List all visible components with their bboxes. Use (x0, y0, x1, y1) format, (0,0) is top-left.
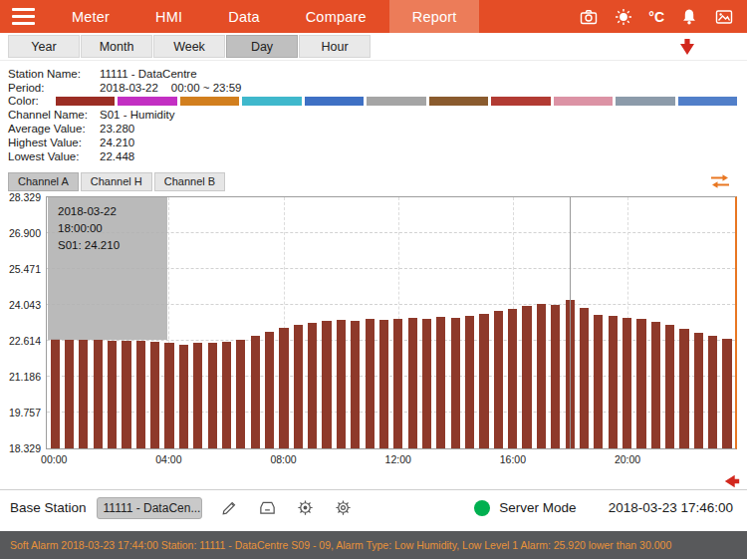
chart-bar[interactable] (479, 314, 488, 448)
tab-week[interactable]: Week (153, 35, 225, 58)
chart-bar[interactable] (537, 304, 546, 448)
chart-bar[interactable] (393, 319, 402, 448)
screenshot-icon[interactable] (714, 7, 734, 27)
tab-hour[interactable]: Hour (299, 35, 371, 58)
color-swatch (429, 97, 488, 106)
chart-bar[interactable] (322, 321, 331, 447)
chart-bar[interactable] (236, 340, 245, 447)
tab-channel-h[interactable]: Channel H (81, 172, 152, 191)
chart-bar[interactable] (651, 322, 660, 448)
chart-bar[interactable] (665, 325, 674, 447)
chart-bar[interactable] (522, 306, 531, 447)
chart-bar[interactable] (193, 343, 202, 447)
color-swatch (118, 97, 176, 106)
brightness-icon[interactable] (614, 7, 633, 27)
chart-bar[interactable] (451, 318, 460, 447)
chart-bar[interactable] (408, 318, 417, 448)
period-row: Period: 2018-03-22 00:00 ~ 23:59 (8, 81, 739, 95)
nav-data[interactable]: Data (205, 0, 282, 33)
highest-value-row: Highest Value: 24.210 (8, 136, 739, 149)
chart-bar[interactable] (51, 339, 60, 448)
chart-bar[interactable] (294, 325, 303, 448)
tab-month[interactable]: Month (81, 35, 152, 58)
chart-bar[interactable] (279, 328, 288, 448)
chart-bar[interactable] (465, 316, 474, 448)
chart-bar[interactable] (136, 341, 145, 448)
chart-bar[interactable] (422, 319, 431, 447)
chart-bar[interactable] (79, 340, 88, 447)
chart-bar[interactable] (94, 340, 103, 447)
chart-bar[interactable] (494, 311, 503, 447)
chart-bar[interactable] (722, 339, 731, 448)
tab-channel-b[interactable]: Channel B (154, 172, 225, 191)
station-name-row: Station Name: 11111 - DataCentre (8, 67, 739, 81)
chart-bar[interactable] (265, 332, 274, 447)
channel-color-legend (56, 97, 737, 106)
alarm-bell-icon[interactable] (679, 7, 699, 27)
system-gear-icon[interactable] (334, 498, 354, 518)
chart-bar[interactable] (65, 340, 74, 448)
chart-bar[interactable] (222, 342, 231, 448)
period-label: Period: (8, 82, 100, 94)
camera-icon[interactable] (579, 7, 599, 27)
alarm-message: Soft Alarm 2018-03-23 17:44:00 Station: … (10, 539, 671, 551)
connection-status-dot (474, 500, 490, 516)
lowest-value-row: Lowest Value: 22.448 (8, 149, 739, 163)
tab-day[interactable]: Day (226, 35, 298, 58)
crosshair-line (570, 197, 571, 448)
scroll-down-arrow-icon[interactable] (677, 37, 697, 57)
base-station-select[interactable]: 11111 - DataCen... (97, 497, 202, 519)
color-label: Color: (8, 95, 56, 107)
scroll-left-arrow-icon[interactable] (723, 472, 741, 490)
main-nav: Meter HMI Data Compare Report (49, 0, 479, 33)
channel-name-value: S01 - Humidity (100, 109, 174, 121)
chart-bar[interactable] (179, 345, 188, 448)
alarm-status-bar: Soft Alarm 2018-03-23 17:44:00 Station: … (0, 531, 747, 559)
chart-bar[interactable] (366, 319, 374, 447)
nav-meter[interactable]: Meter (49, 0, 132, 33)
settings-gear-icon[interactable] (296, 498, 316, 518)
chart-bar[interactable] (594, 315, 603, 448)
chart-bar[interactable] (150, 342, 159, 448)
chart-bar[interactable] (636, 319, 645, 447)
tooltip-timestamp: 2018-03-22 18:00:00 (58, 203, 161, 238)
period-date-value: 2018-03-22 (100, 82, 158, 94)
nav-report[interactable]: Report (389, 0, 480, 33)
chart-bar[interactable] (122, 341, 130, 447)
chart-bar[interactable] (609, 316, 618, 447)
chart-bar[interactable] (351, 321, 360, 447)
chart-bar[interactable] (679, 329, 688, 448)
chart-bar[interactable] (164, 343, 173, 448)
chart-bar[interactable] (622, 318, 631, 448)
chart-tooltip: 2018-03-22 18:00:00 S01: 24.210 (48, 197, 167, 341)
chart-bar[interactable] (251, 336, 260, 447)
tab-channel-a[interactable]: Channel A (8, 172, 79, 191)
chart-bar[interactable] (708, 336, 717, 447)
swap-arrows-icon[interactable] (709, 173, 731, 189)
chart-bar[interactable] (436, 317, 445, 448)
tab-year[interactable]: Year (8, 35, 80, 58)
chart-bar[interactable] (208, 343, 217, 448)
chart-bar[interactable] (551, 305, 560, 447)
folder-icon[interactable] (258, 498, 278, 518)
nav-compare[interactable]: Compare (283, 0, 389, 33)
chart-bar[interactable] (308, 323, 317, 448)
chart-bar[interactable] (337, 320, 346, 447)
menu-icon[interactable] (12, 4, 36, 29)
average-value-label: Average Value: (8, 123, 100, 135)
chart-bar[interactable] (508, 309, 517, 448)
average-value: 23.280 (100, 123, 134, 135)
y-axis-label: 19.757 (9, 407, 41, 419)
y-axis-label: 25.471 (9, 263, 41, 275)
chart-bar[interactable] (580, 308, 589, 448)
chart-bar[interactable] (694, 333, 703, 448)
chart-bar[interactable] (379, 320, 388, 447)
edit-icon[interactable] (220, 498, 240, 518)
y-axis-label: 22.614 (9, 335, 41, 347)
x-axis-label: 12:00 (385, 453, 411, 465)
average-value-row: Average Value: 23.280 (8, 122, 739, 136)
temperature-unit-toggle[interactable]: °C (648, 7, 664, 27)
nav-hmi[interactable]: HMI (132, 0, 205, 33)
chart-bar[interactable] (108, 341, 117, 448)
channel-name-label: Channel Name: (8, 109, 100, 121)
